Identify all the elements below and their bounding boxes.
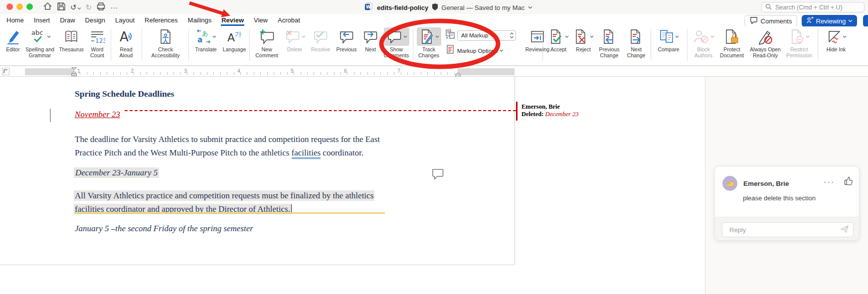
- tab-review[interactable]: Review: [221, 15, 244, 26]
- always-open-read-only-button[interactable]: Always Open Read-Only: [747, 27, 784, 58]
- next-comment-icon: [362, 27, 379, 46]
- word-count-button[interactable]: 123 Word Count: [86, 27, 109, 58]
- accept-change-icon: [548, 27, 569, 46]
- next-comment-button[interactable]: Next: [360, 27, 381, 52]
- close-window-button[interactable]: [6, 3, 13, 10]
- tab-design[interactable]: Design: [85, 15, 106, 26]
- tab-mailings[interactable]: Mailings: [187, 15, 212, 26]
- paragraph-deadline[interactable]: The deadline for Varsity Athletics to su…: [75, 133, 469, 159]
- document-canvas[interactable]: Spring Schedule Deadlines November 23 Em…: [0, 77, 868, 294]
- tab-acrobat[interactable]: Acrobat: [277, 15, 301, 26]
- previous-change-icon: [601, 27, 617, 46]
- tracked-change-bar: [50, 109, 51, 122]
- track-changes-button[interactable]: Track Changes: [416, 27, 442, 58]
- read-aloud-label: Read Aloud: [114, 46, 139, 58]
- date-range-line[interactable]: December 23-January 5: [74, 168, 159, 178]
- sensitivity-shield-icon: [432, 3, 438, 12]
- accept-change-button[interactable]: Accept: [545, 27, 571, 52]
- accept-change-label: Accept: [550, 46, 566, 52]
- previous-comment-button[interactable]: Previous: [333, 27, 360, 52]
- ruler-left-margin: [25, 68, 74, 75]
- tab-references[interactable]: References: [144, 15, 178, 26]
- tab-insert[interactable]: Insert: [33, 15, 51, 26]
- hide-ink-icon: [826, 27, 847, 46]
- save-icon[interactable]: [57, 2, 66, 13]
- markup-options-label: Markup Options: [457, 48, 498, 54]
- always-open-read-only-icon: [757, 27, 773, 46]
- protect-document-button[interactable]: Protect Document: [717, 27, 747, 58]
- new-comment-button[interactable]: New Comment: [252, 27, 281, 58]
- language-button[interactable]: A가 Language: [220, 27, 248, 52]
- comment-more-icon[interactable]: ···: [824, 178, 835, 186]
- comment-reply-footer: [715, 217, 859, 240]
- reply-input[interactable]: [728, 226, 840, 234]
- word-count-label: Word Count: [86, 46, 109, 58]
- tab-layout[interactable]: Layout: [115, 15, 135, 26]
- thumbs-up-icon[interactable]: [844, 175, 854, 188]
- paragraph-commented[interactable]: All Varsity Athletics practice and compe…: [74, 189, 374, 216]
- next-change-button[interactable]: Next Change: [623, 27, 649, 58]
- share-button-partial[interactable]: [863, 15, 868, 27]
- markup-options-button[interactable]: Markup Options: [457, 48, 504, 54]
- search-icon: [765, 3, 772, 11]
- display-for-review-select[interactable]: All Markup: [457, 30, 516, 41]
- spelling-grammar-label: Spelling and Grammar: [23, 46, 57, 58]
- tab-home[interactable]: Home: [6, 15, 24, 26]
- svg-text:123: 123: [95, 37, 105, 44]
- comments-toggle-button[interactable]: Comments: [744, 15, 797, 27]
- closing-line[interactable]: January 5 –the second Friday of the spri…: [75, 224, 253, 234]
- hide-ink-button[interactable]: Hide Ink: [822, 27, 851, 52]
- thesaurus-button[interactable]: Thesaurus: [57, 27, 86, 52]
- resolve-comment-icon: [312, 27, 329, 46]
- reviewing-mode-label: Reviewing: [816, 17, 846, 25]
- save-status[interactable]: General — Saved to my Mac: [432, 3, 532, 12]
- print-icon[interactable]: [96, 2, 106, 13]
- spelling-grammar-button[interactable]: abc Spelling and Grammar: [23, 27, 57, 58]
- page-right-edge: [515, 77, 515, 265]
- editor-button[interactable]: Editor: [3, 27, 23, 52]
- more-toolbar-icon[interactable]: ···: [110, 2, 118, 13]
- check-accessibility-button[interactable]: Check Accessibility: [146, 27, 185, 58]
- track-changes-icon: [417, 27, 441, 46]
- reviewing-mode-button[interactable]: Reviewing: [802, 15, 857, 27]
- ruler-right-margin: [458, 68, 515, 75]
- reply-field[interactable]: [722, 222, 854, 237]
- inserted-date-text[interactable]: November 23: [75, 110, 120, 120]
- comment-card[interactable]: Emerson, Brie ··· please delete this sec…: [714, 166, 860, 241]
- reject-change-button[interactable]: Reject: [571, 27, 595, 52]
- search-input[interactable]: [774, 3, 854, 11]
- tab-draw[interactable]: Draw: [59, 15, 75, 26]
- paragraph-line: Practice Pitch and the West Multi-Purpos…: [75, 148, 292, 157]
- protect-document-icon: [724, 27, 740, 46]
- compare-button[interactable]: Compare: [654, 27, 683, 52]
- ruler-number: 6: [343, 68, 348, 74]
- previous-change-button[interactable]: Previous Change: [595, 27, 623, 58]
- show-comments-button[interactable]: Show Comments: [381, 27, 412, 58]
- tab-selector-icon[interactable]: [2, 68, 9, 77]
- previous-comment-icon: [338, 27, 355, 46]
- home-icon[interactable]: [43, 1, 52, 13]
- horizontal-ruler[interactable]: 1 2 3 4 5 6 7: [0, 66, 868, 77]
- comment-anchor-icon[interactable]: [432, 168, 444, 182]
- markup-options-icon: [446, 45, 455, 57]
- tracked-change-note[interactable]: Emerson, Brie Deleted: December 23: [521, 103, 579, 118]
- svg-text:A: A: [227, 31, 235, 44]
- document-heading[interactable]: Spring Schedule Deadlines: [75, 89, 174, 99]
- redo-icon[interactable]: ↻: [86, 2, 92, 13]
- previous-change-label: Previous Change: [595, 46, 623, 58]
- next-change-icon: [628, 27, 644, 46]
- read-aloud-button[interactable]: A Read Aloud: [114, 27, 139, 58]
- undo-icon[interactable]: ↺: [70, 2, 81, 13]
- next-comment-label: Next: [365, 46, 376, 52]
- paragraph-line: coordinator.: [321, 148, 363, 157]
- tab-view[interactable]: View: [253, 15, 268, 26]
- word-count-icon: 123: [89, 27, 105, 46]
- ruler-number: 7: [396, 68, 401, 74]
- translate-button[interactable]: あa Translate: [191, 27, 220, 52]
- zoom-window-button[interactable]: [26, 3, 33, 10]
- minimize-window-button[interactable]: [16, 3, 23, 10]
- search-field[interactable]: [761, 2, 865, 12]
- grammar-flagged-word[interactable]: facilities: [292, 148, 321, 159]
- selected-text-line: All Varsity Athletics practice and compe…: [74, 190, 374, 201]
- reject-change-icon: [573, 27, 594, 46]
